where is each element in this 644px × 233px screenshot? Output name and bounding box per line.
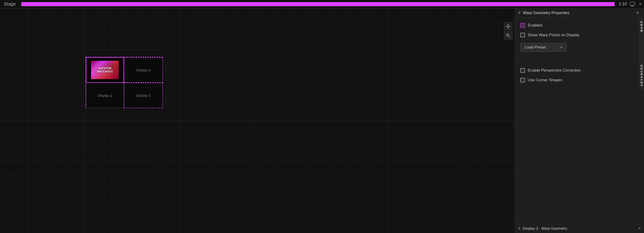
advanced-section: ADVANCED Enable Perspective Correction U…: [515, 61, 644, 90]
panel-title: Warp Geometry Properties: [523, 11, 634, 15]
perspective-label: Enable Perspective Correction: [528, 68, 581, 73]
horizontal-center-line: [0, 121, 514, 121]
stage-tools: [504, 22, 512, 40]
bottom-panel-title: Display 3 - Warp Geometry: [523, 227, 638, 231]
show-warp-points-checkbox[interactable]: [520, 33, 525, 37]
load-preset-button[interactable]: Load Preset ▾: [520, 43, 566, 52]
bottom-panel-menu-icon[interactable]: ≡: [518, 226, 520, 231]
zoom-ratio: 1:10: [616, 1, 629, 6]
properties-panel: ≡ Warp Geometry Properties × WARP ✓ Enab…: [514, 8, 644, 233]
corner-shapes-checkbox-row: Use Corner Shapes: [520, 78, 634, 82]
dropdown-arrow-icon: ▾: [560, 45, 562, 49]
display-2-label: Display 2: [136, 93, 151, 97]
show-warp-points-checkbox-row: Show Warp Points on Display: [520, 33, 634, 37]
perspective-checkbox-row: Enable Perspective Correction: [520, 68, 634, 73]
panel-header: ≡ Warp Geometry Properties ×: [515, 8, 644, 17]
progress-bar: [21, 2, 615, 6]
move-tool-button[interactable]: [504, 22, 512, 30]
load-preset-label: Load Preset: [525, 45, 546, 50]
advanced-label: ADVANCED: [640, 64, 643, 86]
display-bottom-left[interactable]: Display 1: [86, 83, 124, 108]
corner-shapes-checkbox[interactable]: [520, 78, 525, 82]
checkmark-icon: ✓: [521, 23, 524, 27]
panel-menu-icon[interactable]: ≡: [518, 10, 520, 15]
zoom-tool-button[interactable]: [504, 31, 512, 40]
warp-label: WARP: [640, 20, 643, 32]
monitor-icon[interactable]: [629, 1, 636, 7]
warp-section: WARP ✓ Enabled Show Warp Points on Displ…: [515, 17, 644, 61]
display-top-left[interactable]: DATATON WATCHOUT: [86, 57, 124, 83]
panel-body: WARP ✓ Enabled Show Warp Points on Displ…: [515, 17, 644, 224]
top-bar: Stage 1:10 ×: [0, 0, 644, 8]
stage-canvas[interactable]: DATATON WATCHOUT Display 4 Display 1 Dis…: [0, 8, 514, 233]
display-4-label: Display 4: [136, 68, 151, 72]
enabled-checkbox[interactable]: ✓: [520, 23, 525, 28]
thumbnail-text: DATATON WATCHOUT: [97, 67, 113, 73]
show-warp-points-label: Show Warp Points on Display: [528, 33, 579, 37]
enabled-label: Enabled: [528, 23, 542, 28]
watchout-thumbnail: DATATON WATCHOUT: [91, 61, 119, 79]
stage-label: Stage: [0, 1, 20, 7]
perspective-checkbox[interactable]: [520, 68, 525, 73]
bottom-panel: ≡ Display 3 - Warp Geometry ×: [515, 224, 644, 233]
display-1-label: Display 1: [98, 93, 112, 97]
svg-line-5: [509, 36, 510, 38]
display-group: DATATON WATCHOUT Display 4 Display 1 Dis…: [86, 57, 162, 108]
corner-shapes-label: Use Corner Shapes: [528, 78, 562, 82]
vertical-center-line: [86, 8, 86, 233]
display-bottom-right[interactable]: Display 2: [124, 83, 163, 108]
svg-rect-0: [630, 2, 635, 5]
enabled-checkbox-row: ✓ Enabled: [520, 23, 634, 28]
bottom-panel-close-button[interactable]: ×: [638, 226, 641, 231]
topbar-close-button[interactable]: ×: [636, 0, 644, 8]
panel-close-button[interactable]: ×: [634, 10, 641, 16]
display-top-right[interactable]: Display 4: [124, 57, 163, 83]
main-content: DATATON WATCHOUT Display 4 Display 1 Dis…: [0, 8, 644, 233]
